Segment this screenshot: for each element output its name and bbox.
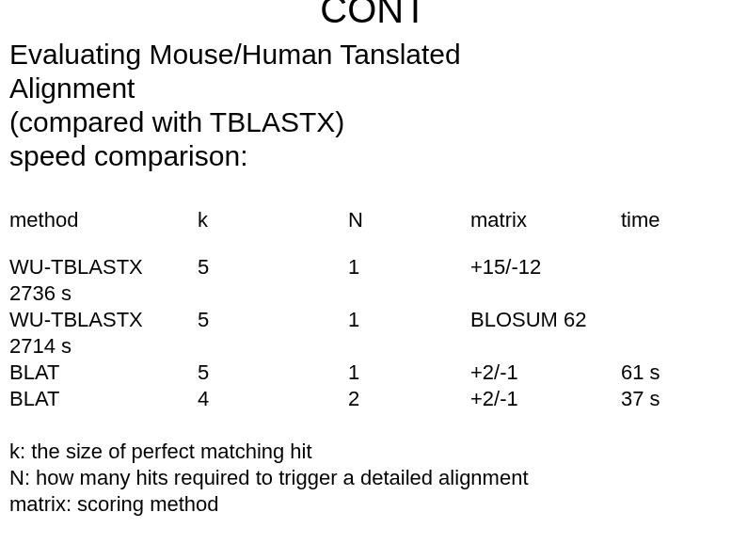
subtitle-line: Alignment <box>9 72 738 105</box>
subtitle: Evaluating Mouse/Human Tanslated Alignme… <box>9 38 738 173</box>
subtitle-line: speed comparison: <box>9 139 738 173</box>
cell-N: 1 <box>348 307 470 333</box>
cell-k: 5 <box>198 360 348 386</box>
cell-N: 1 <box>348 254 470 280</box>
cell-matrix: BLOSUM 62 <box>470 307 621 333</box>
page-title: CONT <box>9 0 738 28</box>
header-k: k <box>198 207 348 233</box>
comparison-table: method k N matrix time WU-TBLASTX 5 1 +1… <box>9 207 738 412</box>
cell-time: 37 s <box>621 386 734 412</box>
cell-method: WU-TBLASTX <box>9 254 198 280</box>
cell-method: BLAT <box>9 386 198 412</box>
cell-matrix: +2/-1 <box>470 386 621 412</box>
header-N: N <box>348 207 470 233</box>
cell-k: 4 <box>198 386 348 412</box>
cell-method: BLAT <box>9 360 198 386</box>
header-matrix: matrix <box>470 207 621 233</box>
cell-matrix: +15/-12 <box>470 254 621 280</box>
header-method: method <box>9 207 198 233</box>
cell-time: 61 s <box>621 360 734 386</box>
table-row: BLAT 5 1 +2/-1 61 s <box>9 360 738 386</box>
slide: CONT Evaluating Mouse/Human Tanslated Al… <box>0 0 747 560</box>
cell-method-extra: 2714 s <box>9 333 198 360</box>
table-row: BLAT 4 2 +2/-1 37 s <box>9 386 738 412</box>
cell-k: 5 <box>198 307 348 333</box>
cell-method: WU-TBLASTX <box>9 307 198 333</box>
cell-time <box>621 307 734 333</box>
table-row: WU-TBLASTX 5 1 BLOSUM 62 <box>9 307 738 333</box>
subtitle-line: Evaluating Mouse/Human Tanslated <box>9 38 738 72</box>
table-header-row: method k N matrix time <box>9 207 738 233</box>
cell-method-extra: 2736 s <box>9 280 198 307</box>
footnotes: k: the size of perfect matching hit N: h… <box>9 439 738 518</box>
cell-k: 5 <box>198 254 348 280</box>
footnote-line: matrix: scoring method <box>9 491 738 518</box>
table-row: WU-TBLASTX 5 1 +15/-12 <box>9 254 738 280</box>
cell-N: 1 <box>348 360 470 386</box>
cell-matrix: +2/-1 <box>470 360 621 386</box>
footnote-line: k: the size of perfect matching hit <box>9 439 738 465</box>
header-time: time <box>621 207 734 233</box>
cell-time <box>621 254 734 280</box>
table-row-extra: 2736 s <box>9 280 738 307</box>
footnote-line: N: how many hits required to trigger a d… <box>9 465 738 491</box>
subtitle-line: (compared with TBLASTX) <box>9 105 738 139</box>
cell-N: 2 <box>348 386 470 412</box>
table-row-extra: 2714 s <box>9 333 738 360</box>
